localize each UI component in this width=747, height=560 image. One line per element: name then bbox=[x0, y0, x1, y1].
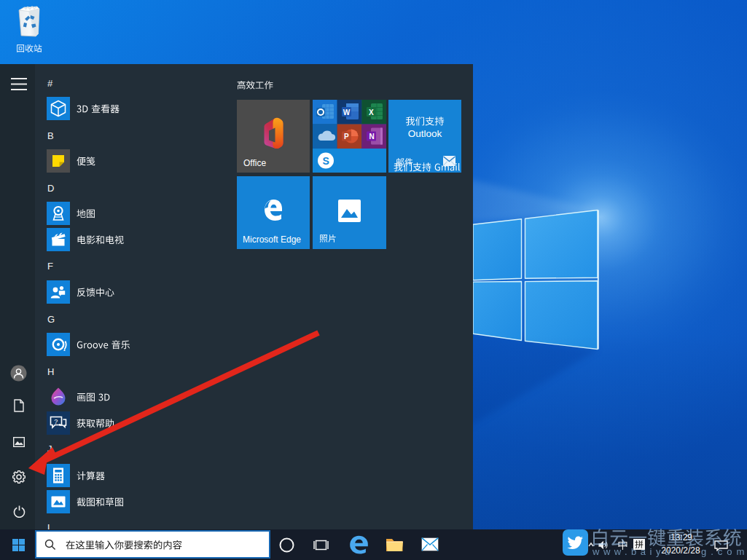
svg-text:N: N bbox=[369, 133, 375, 141]
svg-text:X: X bbox=[369, 109, 374, 117]
svg-text:?: ? bbox=[54, 418, 58, 425]
svg-text:P: P bbox=[344, 133, 349, 141]
svg-text:W: W bbox=[343, 109, 351, 117]
svg-text:S: S bbox=[323, 155, 329, 167]
